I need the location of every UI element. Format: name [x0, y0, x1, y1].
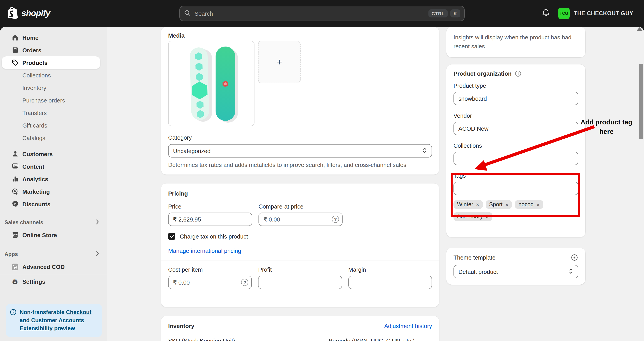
sidebar-item-label: Inventory: [22, 84, 46, 91]
category-helper-text: Determines tax rates and adds metafields…: [168, 161, 432, 169]
scrollbar-up-arrow[interactable]: [636, 27, 643, 31]
collections-label: Collections: [454, 142, 578, 149]
sidebar-item-label: Customers: [22, 151, 53, 157]
sidebar-item-label: Advanced COD: [22, 263, 64, 270]
help-icon[interactable]: ?: [332, 216, 339, 223]
orders-icon: [11, 47, 19, 54]
main-content: Media: [107, 27, 644, 341]
sidebar-item-analytics[interactable]: Analytics: [2, 173, 100, 185]
sidebar-item-marketing[interactable]: Marketing: [2, 185, 100, 198]
theme-template-value: Default product: [458, 268, 498, 275]
cost-per-item-input[interactable]: [168, 276, 252, 289]
remove-tag-icon[interactable]: ×: [536, 202, 540, 207]
account-menu[interactable]: TCG THE CHECKOUT GUY: [558, 8, 633, 19]
tags-input[interactable]: [454, 182, 578, 195]
shopify-bag-icon: [8, 7, 19, 20]
shopify-logo[interactable]: shopify: [8, 7, 50, 20]
inventory-title: Inventory: [168, 323, 194, 329]
product-type-label: Product type: [454, 82, 578, 89]
apps-header[interactable]: Apps: [0, 248, 107, 260]
sidebar-item-label: Discounts: [22, 201, 50, 207]
sidebar-item-label: Products: [22, 59, 48, 66]
sidebar-item-content[interactable]: Content: [2, 160, 100, 173]
sidebar: Home Orders Products Collections Invento…: [0, 27, 107, 341]
advanced-cod-app-icon: [11, 263, 19, 270]
tags-highlight-box: [451, 173, 580, 217]
marketing-icon: [11, 188, 19, 195]
sidebar-item-label: Collections: [22, 72, 51, 79]
add-media-button[interactable]: +: [258, 41, 300, 83]
vendor-input[interactable]: [454, 122, 578, 135]
category-label: Category: [168, 134, 432, 141]
profit-input[interactable]: [258, 276, 342, 289]
sidebar-item-online-store[interactable]: Online Store: [2, 229, 100, 241]
pricing-title: Pricing: [168, 190, 432, 197]
theme-template-label: Theme template: [454, 254, 496, 261]
theme-template-select[interactable]: Default product: [454, 265, 578, 278]
sidebar-item-home[interactable]: Home: [2, 31, 100, 44]
discounts-icon: [11, 200, 19, 208]
info-icon[interactable]: [515, 70, 522, 77]
sales-channels-header[interactable]: Sales channels: [0, 216, 107, 229]
sidebar-item-products[interactable]: Products: [2, 56, 100, 69]
tags-label: Tags: [454, 172, 578, 179]
media-title: Media: [168, 32, 432, 39]
product-organization-card: Product organization Product type Vendor…: [446, 65, 586, 237]
compare-at-price-input[interactable]: [258, 213, 342, 226]
products-tag-icon: [11, 59, 19, 66]
tag-pill: Sport×: [486, 200, 512, 209]
tag-pill: Accessory×: [454, 212, 492, 221]
charge-tax-checkbox[interactable]: [168, 233, 175, 240]
sidebar-item-label: Transfers: [22, 109, 47, 116]
product-type-input[interactable]: [454, 92, 578, 105]
sku-label: SKU (Stock Keeping Unit): [168, 337, 322, 341]
sidebar-item-inventory[interactable]: Inventory: [2, 82, 100, 94]
category-select[interactable]: Uncategorized: [168, 144, 432, 158]
margin-input[interactable]: [348, 276, 432, 289]
tag-pill: nocod×: [515, 200, 543, 209]
search-icon: [184, 9, 191, 18]
remove-tag-icon[interactable]: ×: [476, 202, 479, 207]
right-column: Insights will display when the product h…: [446, 27, 586, 285]
cost-per-item-label: Cost per item: [168, 266, 252, 273]
chevron-right-icon: [96, 219, 99, 226]
sidebar-item-catalogs[interactable]: Catalogs: [2, 132, 100, 144]
sidebar-item-label: Marketing: [22, 188, 50, 195]
collections-input[interactable]: [454, 152, 578, 165]
sidebar-item-collections[interactable]: Collections: [2, 69, 100, 82]
charge-tax-label: Charge tax on this product: [180, 233, 248, 240]
view-eye-icon[interactable]: [571, 254, 578, 261]
remove-tag-icon[interactable]: ×: [486, 214, 489, 219]
adjustment-history-link[interactable]: Adjustment history: [384, 323, 432, 329]
sidebar-divider: [0, 274, 107, 274]
sidebar-item-gift-cards[interactable]: Gift cards: [2, 119, 100, 132]
storefront-icon: [11, 231, 19, 238]
sidebar-item-orders[interactable]: Orders: [2, 44, 100, 56]
sidebar-item-label: Analytics: [22, 176, 48, 182]
sidebar-item-purchase-orders[interactable]: Purchase orders: [2, 94, 100, 107]
shopify-wordmark: shopify: [22, 9, 50, 18]
topbar-right: TCG THE CHECKOUT GUY: [542, 8, 633, 19]
product-image-snowboards[interactable]: [168, 41, 254, 126]
price-input[interactable]: [168, 213, 252, 226]
sidebar-item-customers[interactable]: Customers: [2, 148, 100, 160]
search-input[interactable]: Search CTRL K: [179, 6, 465, 21]
topbar: shopify Search CTRL K TCG THE: [0, 0, 644, 27]
scrollbar-thumb[interactable]: [639, 64, 643, 139]
remove-tag-icon[interactable]: ×: [505, 202, 508, 207]
product-form-column: Media: [161, 27, 439, 341]
sidebar-item-advanced-cod[interactable]: Advanced COD: [2, 260, 100, 273]
manage-international-pricing-link[interactable]: Manage international pricing: [168, 247, 241, 254]
notification-bell-icon[interactable]: [542, 9, 550, 18]
notice-text: Non-transferable Checkout and Customer A…: [20, 308, 98, 332]
kbd-k: K: [450, 10, 460, 18]
insights-text: Insights will display when the product h…: [454, 34, 572, 50]
tags-row-2: Accessory×: [454, 212, 578, 221]
sidebar-item-settings[interactable]: ⚙ Settings: [2, 275, 100, 288]
annotation-add-product-tag: Add product tag here: [575, 117, 638, 136]
sidebar-item-label: Settings: [22, 278, 46, 285]
category-value: Uncategorized: [173, 147, 211, 154]
sidebar-item-transfers[interactable]: Transfers: [2, 107, 100, 119]
sidebar-item-discounts[interactable]: Discounts: [2, 198, 100, 210]
select-updown-icon: [568, 267, 573, 276]
